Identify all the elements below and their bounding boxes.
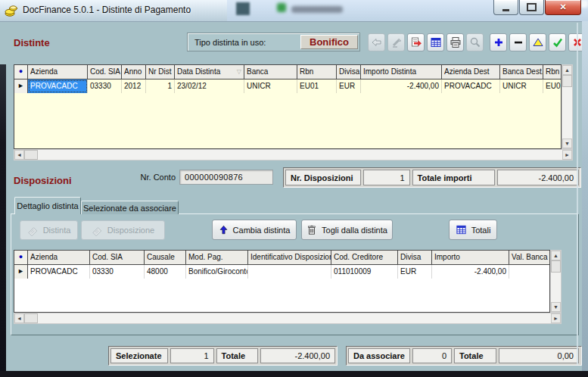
cell[interactable]: 03330: [90, 265, 145, 279]
tab-selezionate-da-associare[interactable]: Selezionate da associare: [81, 201, 179, 214]
close-button[interactable]: ✕: [545, 0, 581, 15]
cell[interactable]: EU01: [297, 79, 337, 93]
nr-conto-label: Nr. Conto: [121, 173, 176, 182]
cell[interactable]: UNICR: [244, 79, 297, 93]
cell[interactable]: [509, 265, 550, 279]
column-header[interactable]: Rbn: [297, 65, 337, 79]
cambia-distinta-label: Cambia distinta: [233, 226, 291, 235]
column-header[interactable]: Azienda: [28, 65, 88, 79]
window-title: DocFinance 5.0.1 - Distinte di Pagamento: [23, 0, 191, 20]
column-header[interactable]: Anno: [122, 65, 146, 79]
distinta-button[interactable]: Distinta: [20, 220, 78, 240]
row-selector-header[interactable]: ●: [14, 251, 28, 264]
scroll-thumb[interactable]: [24, 313, 38, 323]
column-header[interactable]: Nr Dist: [146, 65, 175, 79]
totali-button[interactable]: Totali: [449, 220, 497, 240]
column-header[interactable]: Val. Banca I: [509, 251, 550, 264]
remove-button[interactable]: [509, 33, 527, 51]
export-button[interactable]: [407, 33, 425, 51]
cell[interactable]: PROVACADC: [442, 79, 500, 93]
distinte-table-vscrollbar[interactable]: ▲ ▼: [562, 64, 573, 149]
cell[interactable]: Bonifico/Giroconto: [186, 265, 248, 279]
column-header-sorted[interactable]: ▽Data Distinta: [175, 65, 244, 79]
back-button[interactable]: [368, 33, 385, 51]
column-header[interactable]: Causale: [145, 251, 186, 264]
cambia-distinta-button[interactable]: Cambia distinta: [212, 220, 297, 240]
cell[interactable]: 23/02/12: [175, 79, 244, 93]
cell[interactable]: 1: [146, 79, 175, 93]
current-row-marker: ►: [14, 79, 28, 93]
scroll-thumb[interactable]: [562, 75, 572, 87]
scroll-thumb[interactable]: [551, 260, 561, 273]
column-header[interactable]: Mod. Pag.: [186, 251, 248, 264]
cell[interactable]: EU01: [543, 79, 562, 93]
cell[interactable]: EUR: [337, 79, 361, 93]
scroll-right-icon[interactable]: ►: [562, 150, 572, 160]
da-associare-panel: Da associare 0 Totale 0,00: [346, 346, 582, 366]
print-button[interactable]: [446, 33, 464, 51]
back-arrow-icon: [371, 36, 383, 48]
maximize-button[interactable]: [519, 0, 544, 15]
scroll-thumb[interactable]: [24, 150, 38, 160]
cell[interactable]: 2012: [122, 79, 146, 93]
nr-conto-field[interactable]: 000000090876: [179, 170, 273, 185]
scroll-up-icon[interactable]: ▲: [562, 65, 572, 75]
notebook-icon: [27, 225, 39, 236]
cell-azienda-selected[interactable]: PROVACADC: [28, 79, 88, 93]
disposizioni-table-hscrollbar[interactable]: ◄ ►: [14, 313, 562, 324]
confirm-button[interactable]: [549, 33, 566, 51]
add-button[interactable]: [490, 33, 507, 51]
cell[interactable]: [248, 265, 331, 279]
column-header[interactable]: Rbn I: [543, 65, 562, 79]
scroll-down-icon[interactable]: ▼: [551, 302, 561, 312]
warning-button[interactable]: [529, 33, 546, 51]
scroll-up-icon[interactable]: ▲: [551, 251, 561, 260]
tab-dettaglio-distinta[interactable]: Dettaglio distinta: [14, 197, 81, 214]
scroll-left-icon[interactable]: ◄: [14, 313, 24, 323]
scroll-left-icon[interactable]: ◄: [14, 150, 24, 160]
row-selector-header[interactable]: ●: [14, 65, 28, 79]
cell[interactable]: 011010009: [331, 265, 398, 279]
cell[interactable]: -2.400,00: [361, 79, 442, 93]
column-header[interactable]: Importo Distinta: [361, 65, 442, 79]
column-header[interactable]: Divisa: [398, 251, 432, 264]
column-header[interactable]: Divisa: [337, 65, 361, 79]
cell[interactable]: PROVACADC: [28, 265, 90, 279]
record-dot-icon: ●: [19, 253, 23, 260]
totals-grid-button[interactable]: [427, 33, 444, 51]
disposizioni-table-vscrollbar[interactable]: ▲ ▼: [550, 250, 562, 313]
window-titlebar[interactable]: DocFinance 5.0.1 - Distinte di Pagamento…: [0, 0, 588, 22]
distinte-table-hscrollbar[interactable]: ◄ ►: [14, 149, 573, 160]
column-header[interactable]: Cod. Creditore: [331, 251, 398, 264]
table-row[interactable]: ► PROVACADC 03330 2012 1 23/02/12 UNICR …: [14, 79, 561, 93]
cell[interactable]: 48000: [145, 265, 186, 279]
cell[interactable]: UNICR: [500, 79, 543, 93]
cell[interactable]: -2.400,00: [432, 265, 509, 279]
column-header[interactable]: Azienda Dest: [442, 65, 500, 79]
scroll-right-icon[interactable]: ►: [551, 313, 561, 323]
nr-disposizioni-value: 1: [363, 170, 410, 185]
column-header[interactable]: Identificativo Disposizion: [248, 251, 331, 264]
background-window-icon-blur: [277, 3, 286, 12]
current-row-marker: ►: [14, 265, 28, 279]
column-header[interactable]: Importo: [432, 251, 509, 264]
cell[interactable]: EUR: [398, 265, 432, 279]
distinte-table: ● Azienda Cod. SIA Anno Nr Dist ▽Data Di…: [14, 64, 562, 149]
column-header[interactable]: Azienda: [28, 251, 90, 264]
annotate-button[interactable]: [387, 33, 405, 51]
summary-panel: Nr. Disposizioni 1 Totale importi -2.400…: [283, 167, 581, 188]
column-header[interactable]: Banca Dest.: [500, 65, 543, 79]
disposizione-button[interactable]: Disposizione: [81, 220, 165, 240]
printer-icon: [450, 36, 462, 48]
background-window-title-blur: [291, 6, 343, 13]
disposizioni-section-title: Disposizioni: [14, 175, 72, 186]
cell[interactable]: 03330: [88, 79, 122, 93]
column-header[interactable]: Cod. SIA: [90, 251, 145, 264]
togli-dalla-distinta-button[interactable]: Togli dalla distinta: [301, 220, 393, 240]
minimize-button[interactable]: [493, 0, 518, 15]
table-row[interactable]: ► PROVACADC 03330 48000 Bonifico/Girocon…: [14, 265, 549, 279]
column-header[interactable]: Cod. SIA: [88, 65, 122, 79]
scroll-down-icon[interactable]: ▼: [562, 139, 572, 148]
column-header[interactable]: Banca: [244, 65, 297, 79]
zoom-button[interactable]: [466, 33, 484, 51]
